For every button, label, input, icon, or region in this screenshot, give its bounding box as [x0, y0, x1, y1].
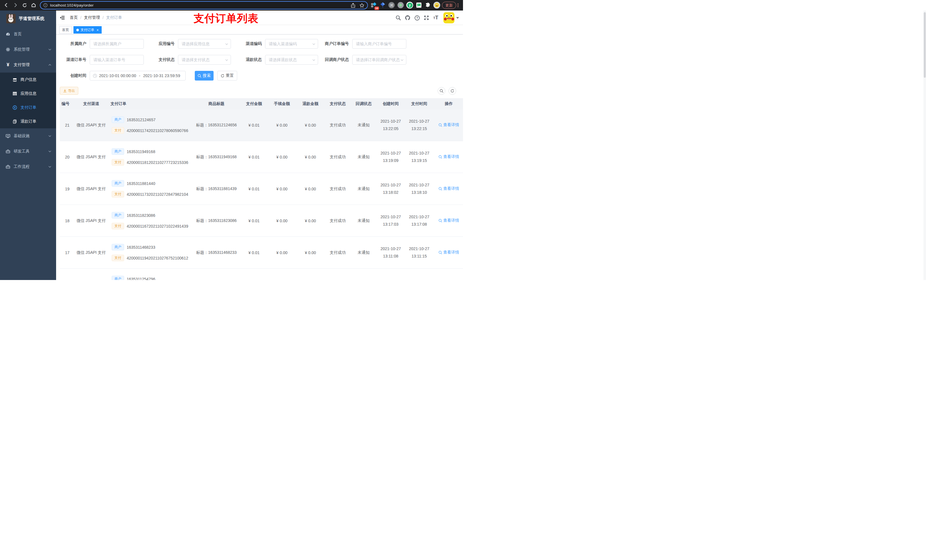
- browser-home-button[interactable]: [30, 1, 38, 9]
- tab-pay-order[interactable]: 支付订单 ×: [73, 26, 101, 33]
- channel-order-no-input[interactable]: [90, 55, 144, 65]
- table-row[interactable]: 21 微信 JSAPI 支付 商户1635312124657 支付4200001…: [60, 109, 463, 141]
- filter-merchant-order-no: 商户订单编号: [322, 39, 406, 49]
- view-detail-link[interactable]: 查看详情: [439, 250, 459, 255]
- sidebar-logo[interactable]: 芋道管理系统: [0, 11, 56, 26]
- table-row[interactable]: 商户1635311254796 支付: [60, 269, 463, 280]
- table-row[interactable]: 20 微信 JSAPI 支付 商户1635311949168 支付4200001…: [60, 141, 463, 173]
- column-header: 支付订单: [109, 101, 192, 106]
- breadcrumb-separator: /: [80, 15, 82, 20]
- url-text: localhost:1024/pay/order: [50, 3, 347, 8]
- toggle-search-button[interactable]: [438, 87, 445, 95]
- view-detail-link[interactable]: 查看详情: [439, 186, 459, 191]
- table-row[interactable]: 19 微信 JSAPI 支付 商户1635311881440 支付4200001…: [60, 173, 463, 205]
- breadcrumb-pay-manage[interactable]: 支付管理: [84, 15, 100, 20]
- sidebar-item-app-info[interactable]: 应用信息: [0, 86, 56, 100]
- sidebar-item-payment[interactable]: ¥ 支付管理: [0, 57, 56, 72]
- help-icon[interactable]: ?: [412, 11, 422, 25]
- cell-channel: 微信 JSAPI 支付: [73, 218, 109, 223]
- svg-text:¥: ¥: [14, 106, 16, 109]
- date-range-picker[interactable]: 2021-10-01 00:00:00 - 2021-10-31 23:59:5…: [90, 71, 186, 80]
- created-date: 2021-10-27: [378, 150, 404, 157]
- filter-row-1: 所属商户 应用编号 渠道编码 商户订单编号: [60, 39, 463, 49]
- filter-label: 应用编号: [148, 41, 178, 46]
- sidebar-item-pay-order[interactable]: ¥ 支付订单: [0, 100, 56, 115]
- cell-channel: 微信 JSAPI 支付: [73, 154, 109, 160]
- browser-address-bar[interactable]: localhost:1024/pay/order: [40, 1, 368, 9]
- cell-notify: 未通知: [351, 154, 377, 160]
- browser-update-button[interactable]: 更新: [442, 2, 456, 9]
- breadcrumb: 首页 / 支付管理 / 支付订单: [70, 15, 122, 20]
- extension-badge: 10: [374, 6, 379, 10]
- site-info-icon[interactable]: [43, 3, 48, 8]
- sidebar-item-infrastructure[interactable]: 基础设施: [0, 128, 56, 144]
- avatar-caret-icon[interactable]: [456, 17, 459, 19]
- extension-command-icon[interactable]: ⌘: [388, 2, 395, 9]
- browser-back-button[interactable]: [2, 1, 10, 9]
- tab-home[interactable]: 首页: [59, 26, 72, 33]
- sidebar-item-system[interactable]: 系统管理: [0, 42, 56, 57]
- extension-y-icon[interactable]: y: [406, 2, 413, 9]
- search-icon[interactable]: [393, 11, 403, 25]
- cell-pay-order: 商户1635312124657 支付4200001174202110278060…: [109, 116, 192, 134]
- sidebar-item-refund-order[interactable]: 退款订单: [0, 115, 56, 128]
- notify-status-select[interactable]: [352, 55, 406, 65]
- sidebar-item-label: 工作流程: [14, 164, 48, 169]
- merchant-input[interactable]: [90, 39, 144, 49]
- tag-view-bar: 首页 支付订单 ×: [56, 25, 463, 35]
- pay-status-select[interactable]: [178, 55, 231, 65]
- profile-emoji-icon[interactable]: [433, 2, 440, 9]
- sidebar-item-merchant-info[interactable]: 商户信息: [0, 72, 56, 86]
- payment-submenu: 商户信息 应用信息 ¥ 支付订单 退款订单: [0, 72, 56, 128]
- browser-reload-button[interactable]: [21, 1, 29, 9]
- close-icon[interactable]: ×: [97, 28, 99, 32]
- github-icon[interactable]: [403, 11, 412, 25]
- filter-row-3: 创建时间 2021-10-01 00:00:00 - 2021-10-31 23…: [60, 71, 463, 80]
- cell-amount: ¥ 0.01: [240, 219, 268, 223]
- app-select[interactable]: [178, 39, 231, 49]
- view-detail-link[interactable]: 查看详情: [439, 122, 459, 127]
- reset-button[interactable]: 重置: [217, 71, 237, 80]
- pay-no: 4200001181202110277723215336: [127, 160, 188, 165]
- action-label: 查看详情: [443, 122, 459, 127]
- sidebar-item-home[interactable]: 首页: [0, 26, 56, 42]
- search-button[interactable]: 搜索: [195, 71, 213, 80]
- font-size-icon[interactable]: TT: [431, 11, 440, 25]
- yen-circle-icon: ¥: [12, 105, 17, 110]
- cell-paid: 2021-10-2713:22:15: [405, 118, 433, 133]
- merchant-no: 1635311881440: [127, 181, 155, 186]
- created-date: 2021-10-27: [378, 118, 404, 125]
- view-detail-link[interactable]: 查看详情: [439, 218, 459, 223]
- merchant-order-no-input[interactable]: [352, 39, 406, 49]
- extension-chat-icon[interactable]: [415, 2, 422, 9]
- sidebar-item-dev-tools[interactable]: 研发工具: [0, 144, 56, 159]
- fullscreen-icon[interactable]: [422, 11, 431, 25]
- user-avatar[interactable]: [443, 12, 454, 23]
- svg-text:?: ?: [416, 17, 418, 20]
- extension-kite-icon[interactable]: [379, 2, 386, 9]
- cell-amount: ¥ 0.01: [240, 251, 268, 255]
- date-end-value: 2021-10-31 23:59:59: [143, 73, 180, 78]
- breadcrumb-home[interactable]: 首页: [70, 15, 78, 20]
- extension-tasks-icon[interactable]: 10: [370, 2, 377, 9]
- created-time: 13:18:02: [378, 189, 404, 196]
- share-icon[interactable]: [351, 3, 356, 8]
- extensions-puzzle-icon[interactable]: [425, 2, 431, 9]
- table-row[interactable]: 18 微信 JSAPI 支付 商户1635311823086 支付4200001…: [60, 205, 463, 237]
- browser-menu-icon[interactable]: [456, 2, 460, 8]
- sidebar-item-workflow[interactable]: 工作流程: [0, 159, 56, 174]
- refresh-button[interactable]: [448, 87, 456, 95]
- view-detail-link[interactable]: 查看详情: [439, 154, 459, 159]
- cell-created: 2021-10-2713:19:09: [377, 150, 405, 165]
- cell-pay-order: 商户1635311881440 支付4200001173202110272847…: [109, 180, 192, 198]
- table-row[interactable]: 17 微信 JSAPI 支付 商户1635311468233 支付4200001…: [60, 237, 463, 269]
- table-toolbar: 导出: [60, 87, 463, 95]
- channel-code-select[interactable]: [265, 39, 318, 49]
- export-button[interactable]: 导出: [60, 87, 78, 95]
- extension-grey-dot-icon[interactable]: [397, 2, 404, 9]
- refund-status-select[interactable]: [265, 55, 318, 65]
- sidebar-toggle-icon[interactable]: [59, 15, 65, 21]
- bookmark-star-icon[interactable]: [359, 3, 365, 8]
- browser-forward-button[interactable]: [11, 1, 20, 9]
- chevron-down-icon: [48, 165, 51, 169]
